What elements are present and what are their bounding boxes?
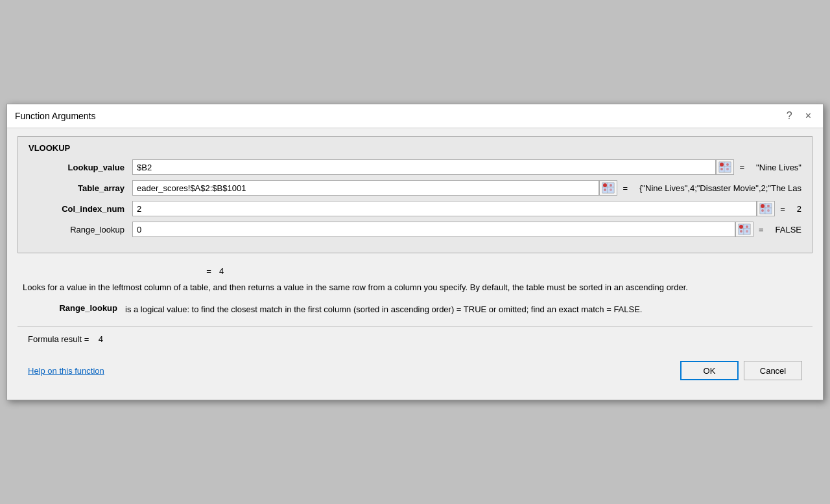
description-param-text: is a logical value: to find the closest … xyxy=(125,303,642,316)
arg-row: Table_array ={"Nine Lives",4;"Disaster M… xyxy=(29,180,801,196)
function-group: VLOOKUP Lookup_value ="Nine Lives"Table_… xyxy=(18,136,812,253)
grid-icon xyxy=(738,223,751,235)
title-bar-left: Function Arguments xyxy=(15,111,96,121)
ref-button-range_lookup[interactable] xyxy=(735,222,753,237)
divider xyxy=(18,326,812,326)
arg-label-table_array: Table_array xyxy=(29,183,132,193)
svg-point-23 xyxy=(761,204,765,208)
arg-input-group-1 xyxy=(132,180,617,196)
svg-point-17 xyxy=(610,189,612,191)
ref-button-table_array[interactable] xyxy=(599,180,617,196)
arg-label-lookup_value: Lookup_value xyxy=(29,163,132,172)
svg-point-7 xyxy=(720,168,723,170)
grid-icon xyxy=(718,161,731,173)
arg-result-1: {"Nine Lives",4;"Disaster Movie",2;"The … xyxy=(639,183,801,193)
svg-point-25 xyxy=(761,209,764,212)
ref-button-lookup_value[interactable] xyxy=(716,159,734,175)
title-controls: ? × xyxy=(783,109,815,122)
description-param: Range_lookup is a logical value: to find… xyxy=(23,303,807,316)
arg-label-range_lookup: Range_lookup xyxy=(29,225,132,235)
footer-buttons: OK Cancel xyxy=(680,361,802,380)
svg-point-34 xyxy=(740,230,742,233)
arg-result-3: FALSE xyxy=(776,225,801,235)
arg-input-col_index_num[interactable] xyxy=(132,201,757,216)
arg-eq-2: = xyxy=(780,204,785,214)
formula-result-label-bottom: Formula result = 4 xyxy=(28,334,103,344)
footer: Help on this function OK Cancel xyxy=(18,354,812,389)
arg-label-col_index_num: Col_index_num xyxy=(29,204,132,214)
svg-point-35 xyxy=(746,230,748,233)
arg-row: Range_lookup =FALSE xyxy=(29,222,801,237)
arg-input-group-0 xyxy=(132,159,734,175)
formula-result-row: = 4 xyxy=(28,262,812,281)
svg-point-5 xyxy=(720,163,724,166)
arg-row: Col_index_num =2 xyxy=(29,201,801,216)
svg-point-14 xyxy=(603,183,607,187)
svg-point-8 xyxy=(726,168,729,170)
arg-input-lookup_value[interactable] xyxy=(132,159,716,175)
arg-input-group-3 xyxy=(132,222,753,237)
dialog-body: VLOOKUP Lookup_value ="Nine Lives"Table_… xyxy=(7,128,823,400)
svg-point-24 xyxy=(767,205,770,207)
formula-eq-sign: = xyxy=(206,266,211,276)
function-name: VLOOKUP xyxy=(29,143,801,153)
description-param-name: Range_lookup xyxy=(33,303,117,316)
arg-input-group-2 xyxy=(132,201,775,216)
ref-button-col_index_num[interactable] xyxy=(757,201,775,216)
grid-icon xyxy=(759,203,772,214)
formula-result-section: Formula result = 4 xyxy=(18,329,812,354)
dialog-title: Function Arguments xyxy=(15,111,96,121)
close-title-button[interactable]: × xyxy=(801,109,815,122)
formula-result-value: 4 xyxy=(219,266,224,276)
help-link-button[interactable]: Help on this function xyxy=(28,366,104,376)
svg-point-6 xyxy=(726,163,729,166)
formula-result-bottom-value: 4 xyxy=(99,334,103,344)
formula-equals-label xyxy=(28,266,201,276)
function-arguments-dialog: Function Arguments ? × VLOOKUP Lookup_va… xyxy=(6,104,824,400)
ok-button[interactable]: OK xyxy=(680,361,739,380)
arg-rows-container: Lookup_value ="Nine Lives"Table_array ={… xyxy=(29,159,801,237)
description-block: Looks for a value in the leftmost column… xyxy=(18,281,812,315)
arg-result-2: 2 xyxy=(797,204,801,214)
svg-point-33 xyxy=(746,225,748,228)
description-main: Looks for a value in the leftmost column… xyxy=(23,281,807,294)
arg-input-range_lookup[interactable] xyxy=(132,222,735,237)
arg-row: Lookup_value ="Nine Lives" xyxy=(29,159,801,175)
arg-eq-1: = xyxy=(622,183,628,193)
svg-point-26 xyxy=(767,209,770,212)
arg-eq-0: = xyxy=(739,163,744,172)
arg-eq-3: = xyxy=(759,225,764,235)
title-bar: Function Arguments ? × xyxy=(7,104,823,128)
formula-result-label-text: Formula result = xyxy=(28,334,89,344)
svg-point-16 xyxy=(604,189,606,191)
help-title-button[interactable]: ? xyxy=(783,109,796,122)
svg-point-32 xyxy=(739,225,743,229)
grid-icon xyxy=(602,182,615,194)
svg-point-15 xyxy=(610,184,612,187)
arg-result-0: "Nine Lives" xyxy=(756,163,801,172)
arg-input-table_array[interactable] xyxy=(132,180,599,196)
cancel-button[interactable]: Cancel xyxy=(744,361,802,380)
